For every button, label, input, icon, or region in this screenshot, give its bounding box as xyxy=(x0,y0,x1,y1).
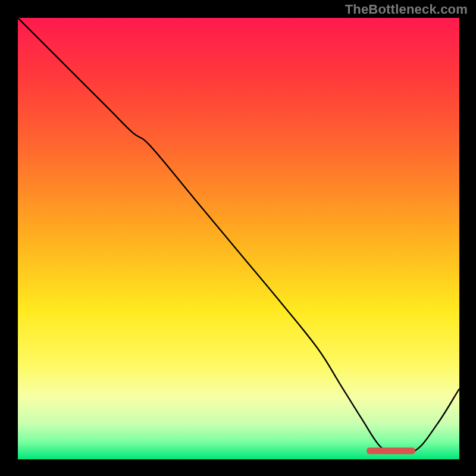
optimal-marker xyxy=(367,447,415,454)
plot-svg xyxy=(18,18,459,459)
plot-area xyxy=(18,18,459,459)
attribution-text: TheBottleneck.com xyxy=(345,2,468,17)
chart-frame: TheBottleneck.com xyxy=(0,0,476,476)
